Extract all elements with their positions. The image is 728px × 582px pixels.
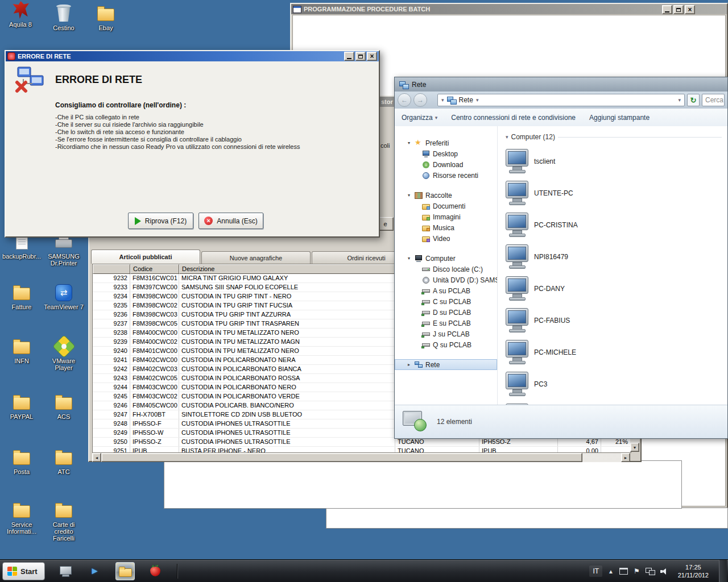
tree-item[interactable]: ▸ Rete (395, 359, 497, 370)
tab[interactable]: Nuove anagrafiche (201, 251, 311, 264)
tree-item[interactable]: ▾ Raccolte (395, 190, 497, 201)
scroll-left-button[interactable]: ◄ (92, 453, 101, 462)
tree-item[interactable]: A su PCLAB (395, 285, 497, 296)
desktop-icon[interactable]: ATC (43, 447, 84, 475)
scroll-down-button[interactable]: ▼ (630, 443, 639, 452)
table-row[interactable]: 9250 IPH5SO-Z CUSTODIA IPHONE5 ULTRASOTT… (93, 438, 631, 447)
computer-item[interactable]: PC-MICHELE (504, 336, 648, 368)
tree-item[interactable]: J su PCLAB (395, 329, 497, 339)
computer-item[interactable]: tsclient (504, 146, 648, 177)
expand-icon[interactable]: ▾ (406, 256, 412, 261)
minimize-button[interactable] (662, 5, 672, 14)
tray-window-icon[interactable] (619, 568, 628, 575)
tree-item[interactable]: E su PCLAB (395, 318, 497, 329)
close-button[interactable] (367, 52, 377, 61)
quicklaunch-computer-button[interactable] (56, 563, 75, 580)
group-header[interactable]: ▾ Computer (12) (506, 133, 722, 141)
address-bar[interactable]: ▾ Rete ▾ ▾ (437, 94, 685, 106)
desktop-icon[interactable]: VMware Player (43, 336, 84, 371)
dialog-titlebar[interactable]: ERRORE DI RETE (6, 51, 379, 61)
tree-item[interactable]: Desktop (395, 148, 497, 159)
column-header-descrizione[interactable]: Descrizione (179, 264, 395, 274)
back-button[interactable]: ← (398, 93, 411, 107)
forward-button[interactable]: → (413, 93, 427, 107)
flag-icon[interactable]: ⚑ (634, 567, 640, 575)
tree-item[interactable]: Documenti (395, 201, 497, 211)
cell-marca: TUCANO (395, 447, 479, 453)
tree-item-icon (421, 224, 431, 232)
network-center-button[interactable]: Centro connessioni di rete e condivision… (451, 114, 576, 122)
column-header[interactable] (93, 264, 130, 274)
desktop-icon[interactable]: Fatture (1, 282, 42, 310)
desktop-icon[interactable]: ACS (43, 392, 84, 420)
tree-item[interactable]: Q su PCLAB (395, 339, 497, 350)
tree-item[interactable]: C su PCLAB (395, 296, 497, 307)
tree-item-label: Unità DVD (D:) SAMSUNG_ (433, 276, 497, 284)
table-row[interactable]: 9251 IPUB BUSTA PER IPHONE - NERO TUCANO… (93, 447, 631, 453)
tree-item[interactable]: Risorse recenti (395, 170, 497, 181)
desktop-icon[interactable]: Posta (1, 447, 42, 475)
add-printer-button[interactable]: Aggiungi stampante (589, 114, 650, 122)
tree-item[interactable]: Unità DVD (D:) SAMSUNG_ (395, 275, 497, 285)
expand-icon[interactable]: ▸ (406, 362, 412, 367)
search-input[interactable]: Cerca (702, 94, 725, 106)
cancel-button[interactable]: Annulla (Esc) (198, 213, 263, 229)
taskbar-clock[interactable]: 17:25 21/11/2012 (673, 563, 713, 579)
address-history-icon[interactable]: ▾ (678, 97, 681, 103)
minimize-icon (665, 11, 669, 13)
batch-titlebar[interactable]: PROGRAMMAZIONE PROCEDURE BATCH (291, 4, 727, 14)
desktop-icon[interactable]: Ebay (85, 3, 126, 31)
language-indicator[interactable]: IT (589, 566, 602, 577)
tree-item[interactable]: Immagini (395, 211, 497, 222)
organize-button[interactable]: Organizza ▾ (402, 114, 437, 122)
computer-item[interactable]: NPI816479 (504, 241, 648, 273)
tree-item[interactable]: ▾ Computer (395, 253, 497, 264)
quicklaunch-launcher-button[interactable]: ► (86, 563, 104, 580)
tree-item-icon (421, 330, 431, 338)
tray-network-icon[interactable] (646, 568, 655, 575)
desktop-icon[interactable]: PAYPAL (1, 392, 42, 420)
taskbar-explorer-button[interactable] (115, 562, 135, 580)
minimize-button[interactable] (344, 52, 354, 61)
show-desktop-button[interactable] (719, 560, 727, 582)
maximize-button[interactable] (673, 5, 684, 14)
expand-icon[interactable]: ▾ (406, 193, 412, 198)
desktop-icon[interactable]: TeamViewer 7 (43, 282, 84, 310)
start-button[interactable]: Start (2, 562, 45, 580)
desktop-icon[interactable]: Service Informati... (1, 500, 42, 535)
computer-item[interactable]: PC-CRISTINA (504, 209, 648, 241)
computer-item[interactable]: PC-DANY (504, 273, 648, 305)
desktop-icon[interactable]: INFN (1, 336, 42, 364)
desktop-icon[interactable]: Aquila 8 (0, 0, 41, 28)
column-header-codice[interactable]: Codice (130, 264, 179, 274)
scrollbar-thumb[interactable] (101, 453, 582, 462)
tree-item[interactable]: Musica (395, 222, 497, 233)
retry-button[interactable]: Riprova (F12) (128, 213, 193, 229)
computer-item[interactable]: UTENTE-PC (504, 177, 648, 209)
tab[interactable]: Articoli pubblicati (91, 250, 200, 264)
computer-item[interactable]: PC-FABIUS (504, 305, 648, 336)
expand-icon[interactable]: ▾ (406, 140, 412, 146)
cell-codice: F8M402CWC00 (130, 356, 179, 364)
tree-item[interactable]: Download (395, 159, 497, 170)
cell-codice2: IPUB (479, 447, 558, 453)
maximize-button[interactable] (355, 52, 366, 61)
cell-id: 9245 (93, 392, 130, 401)
desktop-icon[interactable]: Carte di credito Faricelli (43, 500, 84, 542)
chevron-down-icon[interactable]: ▾ (476, 97, 479, 103)
tree-item[interactable]: D su PCLAB (395, 307, 497, 318)
explorer-titlebar[interactable]: Rete (395, 77, 727, 92)
quicklaunch-app-button[interactable] (146, 563, 164, 580)
scroll-right-button[interactable]: ► (621, 453, 630, 462)
tree-item[interactable]: Video (395, 233, 497, 244)
computer-item[interactable]: PC3 (504, 368, 648, 400)
chevron-up-icon[interactable]: ▲ (608, 568, 614, 575)
tree-item[interactable]: ▾ Preferiti (395, 138, 497, 148)
horizontal-scrollbar[interactable]: ◄ ► (92, 453, 630, 462)
close-button[interactable] (685, 5, 695, 14)
tree-item[interactable]: Disco locale (C:) (395, 264, 497, 275)
desktop-icon[interactable]: Cestino (43, 3, 84, 31)
refresh-button[interactable]: ↻ (687, 94, 700, 106)
breadcrumb-network[interactable]: Rete (459, 96, 473, 104)
volume-icon[interactable] (660, 568, 668, 575)
